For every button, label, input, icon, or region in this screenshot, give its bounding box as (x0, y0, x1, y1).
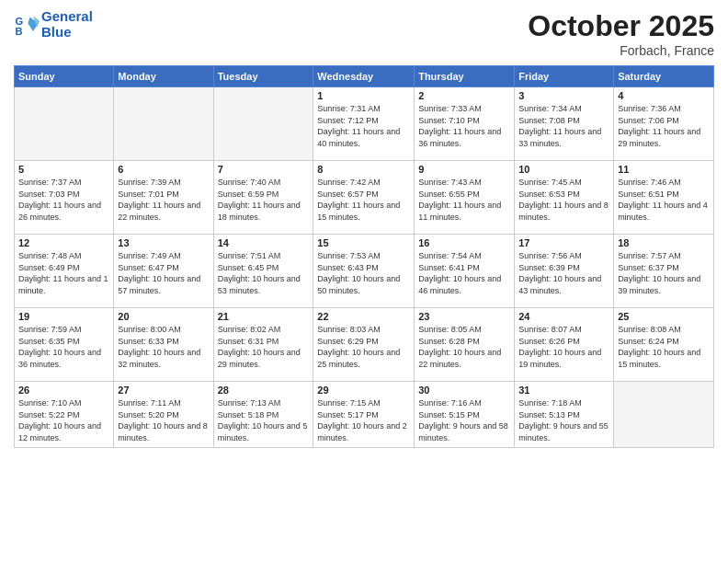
day-info: Sunrise: 8:02 AM Sunset: 6:31 PM Dayligh… (218, 324, 310, 370)
calendar-cell: 5Sunrise: 7:37 AM Sunset: 7:03 PM Daylig… (15, 161, 114, 235)
calendar-cell: 19Sunrise: 7:59 AM Sunset: 6:35 PM Dayli… (15, 308, 114, 382)
day-info: Sunrise: 7:11 AM Sunset: 5:20 PM Dayligh… (118, 397, 209, 443)
day-info: Sunrise: 8:03 AM Sunset: 6:29 PM Dayligh… (317, 324, 410, 370)
day-number: 15 (317, 237, 410, 248)
header-sunday: Sunday (15, 66, 114, 87)
calendar-cell: 24Sunrise: 8:07 AM Sunset: 6:26 PM Dayli… (515, 308, 614, 382)
day-info: Sunrise: 7:46 AM Sunset: 6:51 PM Dayligh… (618, 177, 710, 223)
header-monday: Monday (114, 66, 213, 87)
calendar-cell: 14Sunrise: 7:51 AM Sunset: 6:45 PM Dayli… (213, 235, 313, 308)
day-info: Sunrise: 7:40 AM Sunset: 6:59 PM Dayligh… (218, 177, 310, 223)
calendar-cell: 25Sunrise: 8:08 AM Sunset: 6:24 PM Dayli… (614, 308, 714, 382)
day-number: 17 (518, 237, 609, 248)
title-block: October 2025 Forbach, France (528, 9, 714, 58)
day-number: 26 (18, 385, 109, 396)
calendar-cell: 20Sunrise: 8:00 AM Sunset: 6:33 PM Dayli… (114, 308, 213, 382)
calendar-cell: 13Sunrise: 7:49 AM Sunset: 6:47 PM Dayli… (114, 235, 213, 308)
calendar-cell: 17Sunrise: 7:56 AM Sunset: 6:39 PM Dayli… (515, 235, 614, 308)
day-number: 16 (418, 237, 510, 248)
day-info: Sunrise: 7:37 AM Sunset: 7:03 PM Dayligh… (18, 177, 109, 223)
day-number: 24 (518, 311, 609, 322)
calendar-table: Sunday Monday Tuesday Wednesday Thursday… (14, 65, 714, 448)
calendar-cell (15, 87, 114, 161)
calendar-cell: 27Sunrise: 7:11 AM Sunset: 5:20 PM Dayli… (114, 382, 213, 448)
day-info: Sunrise: 7:31 AM Sunset: 7:12 PM Dayligh… (317, 103, 410, 149)
calendar-cell: 22Sunrise: 8:03 AM Sunset: 6:29 PM Dayli… (313, 308, 415, 382)
day-number: 8 (317, 164, 410, 175)
day-info: Sunrise: 7:45 AM Sunset: 6:53 PM Dayligh… (518, 177, 609, 223)
day-info: Sunrise: 7:34 AM Sunset: 7:08 PM Dayligh… (518, 103, 609, 149)
header-wednesday: Wednesday (313, 66, 415, 87)
day-info: Sunrise: 7:49 AM Sunset: 6:47 PM Dayligh… (118, 250, 209, 296)
day-info: Sunrise: 7:51 AM Sunset: 6:45 PM Dayligh… (218, 250, 310, 296)
calendar-cell: 15Sunrise: 7:53 AM Sunset: 6:43 PM Dayli… (313, 235, 415, 308)
day-number: 23 (418, 311, 510, 322)
calendar-cell: 11Sunrise: 7:46 AM Sunset: 6:51 PM Dayli… (614, 161, 714, 235)
day-info: Sunrise: 7:16 AM Sunset: 5:15 PM Dayligh… (418, 397, 510, 443)
calendar-cell: 26Sunrise: 7:10 AM Sunset: 5:22 PM Dayli… (15, 382, 114, 448)
day-info: Sunrise: 7:10 AM Sunset: 5:22 PM Dayligh… (18, 397, 109, 443)
calendar-cell: 1Sunrise: 7:31 AM Sunset: 7:12 PM Daylig… (313, 87, 415, 161)
day-number: 19 (18, 311, 109, 322)
day-number: 3 (518, 90, 609, 101)
day-info: Sunrise: 7:33 AM Sunset: 7:10 PM Dayligh… (418, 103, 510, 149)
logo: G B General Blue (14, 9, 93, 40)
calendar-cell (213, 87, 313, 161)
month-title: October 2025 (528, 9, 714, 43)
calendar-cell: 7Sunrise: 7:40 AM Sunset: 6:59 PM Daylig… (213, 161, 313, 235)
day-info: Sunrise: 7:18 AM Sunset: 5:13 PM Dayligh… (518, 397, 609, 443)
day-number: 18 (618, 237, 710, 248)
day-number: 31 (518, 385, 609, 396)
day-number: 25 (618, 311, 710, 322)
day-number: 7 (218, 164, 310, 175)
logo-line2: Blue (41, 25, 93, 40)
calendar-header-row: Sunday Monday Tuesday Wednesday Thursday… (15, 66, 714, 87)
calendar-cell: 10Sunrise: 7:45 AM Sunset: 6:53 PM Dayli… (515, 161, 614, 235)
calendar-cell: 8Sunrise: 7:42 AM Sunset: 6:57 PM Daylig… (313, 161, 415, 235)
day-number: 14 (218, 237, 310, 248)
day-info: Sunrise: 8:08 AM Sunset: 6:24 PM Dayligh… (618, 324, 710, 370)
calendar-cell: 16Sunrise: 7:54 AM Sunset: 6:41 PM Dayli… (415, 235, 515, 308)
logo-icon: G B (14, 12, 40, 38)
location: Forbach, France (528, 43, 714, 58)
day-info: Sunrise: 8:07 AM Sunset: 6:26 PM Dayligh… (518, 324, 609, 370)
day-number: 6 (118, 164, 209, 175)
day-number: 21 (218, 311, 310, 322)
calendar-cell: 3Sunrise: 7:34 AM Sunset: 7:08 PM Daylig… (515, 87, 614, 161)
calendar-cell: 28Sunrise: 7:13 AM Sunset: 5:18 PM Dayli… (213, 382, 313, 448)
calendar-cell: 4Sunrise: 7:36 AM Sunset: 7:06 PM Daylig… (614, 87, 714, 161)
calendar-cell: 29Sunrise: 7:15 AM Sunset: 5:17 PM Dayli… (313, 382, 415, 448)
day-info: Sunrise: 7:42 AM Sunset: 6:57 PM Dayligh… (317, 177, 410, 223)
page-header: G B General Blue October 2025 Forbach, F… (14, 9, 714, 58)
calendar-cell: 2Sunrise: 7:33 AM Sunset: 7:10 PM Daylig… (415, 87, 515, 161)
day-info: Sunrise: 7:57 AM Sunset: 6:37 PM Dayligh… (618, 250, 710, 296)
day-number: 22 (317, 311, 410, 322)
day-info: Sunrise: 7:56 AM Sunset: 6:39 PM Dayligh… (518, 250, 609, 296)
day-number: 27 (118, 385, 209, 396)
day-number: 11 (618, 164, 710, 175)
calendar-cell: 6Sunrise: 7:39 AM Sunset: 7:01 PM Daylig… (114, 161, 213, 235)
day-number: 28 (218, 385, 310, 396)
calendar-cell: 12Sunrise: 7:48 AM Sunset: 6:49 PM Dayli… (15, 235, 114, 308)
header-saturday: Saturday (614, 66, 714, 87)
day-number: 5 (18, 164, 109, 175)
calendar-cell: 31Sunrise: 7:18 AM Sunset: 5:13 PM Dayli… (515, 382, 614, 448)
header-thursday: Thursday (415, 66, 515, 87)
day-info: Sunrise: 7:15 AM Sunset: 5:17 PM Dayligh… (317, 397, 410, 443)
day-info: Sunrise: 7:13 AM Sunset: 5:18 PM Dayligh… (218, 397, 310, 443)
header-friday: Friday (515, 66, 614, 87)
header-tuesday: Tuesday (213, 66, 313, 87)
day-info: Sunrise: 8:05 AM Sunset: 6:28 PM Dayligh… (418, 324, 510, 370)
day-number: 12 (18, 237, 109, 248)
day-number: 13 (118, 237, 209, 248)
day-number: 10 (518, 164, 609, 175)
day-number: 29 (317, 385, 410, 396)
calendar-cell (114, 87, 213, 161)
day-number: 30 (418, 385, 510, 396)
day-number: 20 (118, 311, 209, 322)
day-info: Sunrise: 8:00 AM Sunset: 6:33 PM Dayligh… (118, 324, 209, 370)
day-info: Sunrise: 7:43 AM Sunset: 6:55 PM Dayligh… (418, 177, 510, 223)
calendar-cell: 21Sunrise: 8:02 AM Sunset: 6:31 PM Dayli… (213, 308, 313, 382)
calendar-cell: 18Sunrise: 7:57 AM Sunset: 6:37 PM Dayli… (614, 235, 714, 308)
day-number: 4 (618, 90, 710, 101)
